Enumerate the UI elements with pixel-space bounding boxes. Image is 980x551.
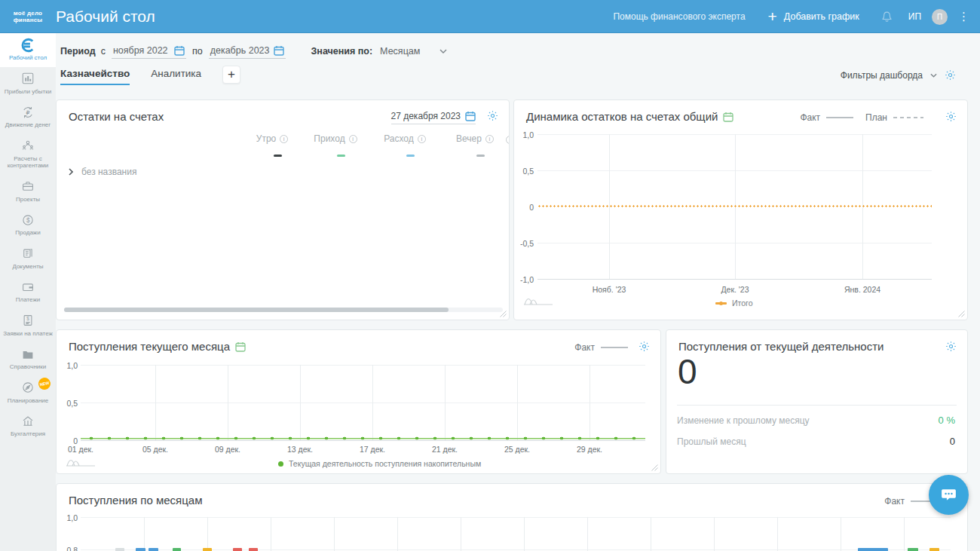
gear-icon[interactable] (487, 110, 498, 121)
dashboard-tabs-row: Казначейство Аналитика + Фильтры дашборд… (60, 68, 968, 90)
x-tick: Нояб. '23 (579, 285, 639, 294)
total-series-marker (715, 302, 727, 305)
brand-logo-line1: моё дело (0, 10, 56, 17)
horizontal-scrollbar-thumb[interactable] (64, 308, 449, 312)
sidebar-item-label: Проекты (16, 196, 40, 204)
plot-area[interactable] (81, 365, 645, 440)
brand-logo[interactable]: моё дело финансы (0, 10, 56, 23)
horizontal-scrollbar (64, 308, 503, 312)
sidebar-item-profit-loss[interactable]: Прибыли убытки (0, 67, 56, 101)
info-icon[interactable]: i (349, 135, 357, 143)
info-icon[interactable]: i (280, 135, 288, 143)
card-current-activity-receipts: Поступления от текущей деятельности 0 Из… (666, 329, 968, 474)
zoom-preview-icon[interactable] (524, 295, 554, 309)
series-legend[interactable]: Текущая деятельность поступления накопит… (278, 459, 481, 468)
y-tick: 1,0 (58, 361, 78, 370)
gear-icon[interactable] (945, 111, 957, 122)
sidebar-item-payment-request[interactable]: $ Заявки на платеж (0, 309, 56, 343)
add-tab-button[interactable]: + (222, 66, 240, 84)
cumulative-series-label: Текущая деятельность поступления накопит… (289, 459, 481, 468)
card-receipts-by-month: Поступления по месяцам Факт 1,0 0,8 (56, 483, 968, 551)
gear-icon[interactable] (945, 341, 957, 352)
clipped-bar-fragment (929, 548, 939, 551)
clipped-bar-fragment (136, 548, 145, 551)
info-icon[interactable]: i (418, 135, 426, 143)
svg-text:$: $ (26, 316, 29, 321)
schedule-calendar-icon[interactable] (723, 112, 733, 122)
sidebar-item-label: Продажи (15, 229, 40, 237)
notifications-bell-icon[interactable] (880, 11, 893, 23)
clipped-bar-fragment (149, 548, 158, 551)
account-group-row[interactable]: без названия (69, 167, 136, 177)
tab-treasury[interactable]: Казначейство (60, 68, 130, 85)
y-tick: 0,8 (58, 546, 78, 551)
page-title: Рабочий стол (56, 8, 155, 26)
plan-line-swatch (893, 117, 923, 118)
svg-text:$: $ (26, 216, 30, 223)
sidebar-item-projects[interactable]: Проекты (0, 175, 56, 209)
clipped-bar-fragment (858, 548, 888, 551)
plot-area[interactable] (537, 134, 932, 279)
card-resize-handle[interactable] (651, 464, 658, 471)
gear-icon[interactable] (639, 341, 650, 352)
chart-legend: Факт (574, 342, 628, 353)
bar-chart-icon (21, 72, 35, 86)
chat-bubble-icon (939, 485, 958, 504)
sidebar-item-documents[interactable]: Документы (0, 242, 56, 276)
period-from-value: ноября 2022 (113, 45, 170, 56)
sidebar-item-counterparties[interactable]: Расчеты с контрагентами (0, 134, 56, 175)
card-title: Поступления текущего месяца (69, 340, 230, 353)
sidebar-item-label: Расчеты с контрагентами (2, 155, 54, 170)
y-tick: -0,5 (514, 239, 534, 248)
brand-logo-line2: финансы (0, 17, 56, 23)
values-by-dropdown[interactable]: Месяцам (380, 46, 447, 57)
sidebar-item-payments[interactable]: Платежи (0, 275, 56, 309)
sidebar-item-accounting[interactable]: Бухгалтерия (0, 409, 56, 443)
kpi-previous-value: 0 (950, 436, 955, 447)
sidebar-item-planning[interactable]: NEW Планирование (0, 376, 56, 410)
workspace-logo-icon (20, 38, 35, 52)
zoom-preview-icon[interactable] (66, 456, 96, 470)
from-label: с (101, 46, 106, 57)
card-title: Поступления по месяцам (69, 494, 203, 507)
card-current-month-receipts: Поступления текущего месяца Факт 1,0 0,5… (56, 329, 661, 474)
column-header-income: Приходi (302, 133, 369, 144)
clipped-bar-fragment (203, 548, 212, 551)
schedule-calendar-icon[interactable] (235, 341, 246, 352)
add-chart-button[interactable]: + Добавить график (768, 9, 859, 24)
chat-fab-button[interactable] (929, 475, 969, 515)
empty-value-dash (337, 155, 345, 157)
dashboard-filters-toggle[interactable]: Фильтры дашборда (841, 69, 956, 81)
sidebar-item-sales[interactable]: $ Продажи (0, 208, 56, 242)
avatar[interactable]: П (932, 9, 948, 25)
sidebar-item-directories[interactable]: Справочники (0, 342, 56, 376)
card-resize-handle[interactable] (958, 311, 965, 317)
sidebar-item-label: Заявки на платеж (3, 330, 53, 338)
counterparties-icon (21, 139, 35, 153)
expert-help-link[interactable]: Помощь финансового эксперта (613, 11, 745, 22)
sidebar-item-label: Рабочий стол (9, 54, 47, 62)
sidebar-item-label: Платежи (16, 296, 40, 304)
legend-fact-label: Факт (800, 112, 820, 123)
kebab-menu-icon[interactable]: ⋮ (958, 11, 969, 22)
y-tick: 0,5 (514, 167, 534, 176)
plot-area[interactable] (81, 517, 951, 551)
sidebar-item-money-flow[interactable]: ₽ Движение денег (0, 100, 56, 134)
tab-analytics[interactable]: Аналитика (151, 68, 201, 84)
sidebar-item-label: Прибыли убытки (5, 88, 51, 96)
series-legend[interactable]: Итого (715, 298, 753, 308)
period-from-field[interactable]: ноября 2022 (112, 44, 186, 59)
x-tick: 09 дек. (198, 445, 258, 454)
sidebar-item-workspace[interactable]: Рабочий стол (0, 33, 56, 67)
card-resize-handle[interactable] (500, 311, 507, 317)
balances-date-field[interactable]: 27 декабря 2023 (391, 111, 476, 124)
period-to-field[interactable]: декабрь 2023 (209, 44, 286, 59)
calendar-icon (174, 45, 185, 56)
info-icon[interactable]: i (485, 135, 494, 143)
x-tick: Янв. 2024 (832, 285, 893, 294)
fact-line-swatch (601, 347, 628, 348)
kpi-row-label: Прошлый месяц (677, 436, 746, 447)
total-series-label: Итого (732, 298, 753, 308)
planning-compass-icon (21, 381, 35, 395)
card-account-balances: Остатки на счетах 27 декабря 2023 Утроi … (56, 99, 510, 320)
